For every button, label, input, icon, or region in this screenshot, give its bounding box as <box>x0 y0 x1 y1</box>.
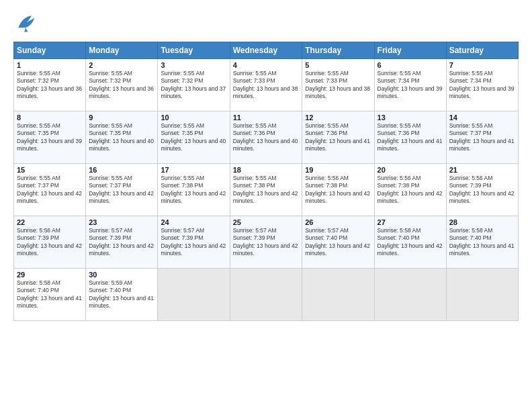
day-number: 7 <box>449 61 515 69</box>
calendar-table: Sunday Monday Tuesday Wednesday Thursday… <box>13 42 519 321</box>
day-info: Sunrise: 5:55 AMSunset: 7:32 PMDaylight:… <box>161 70 226 101</box>
table-row <box>374 269 446 321</box>
logo-icon <box>13 11 38 35</box>
day-info: Sunrise: 5:55 AMSunset: 7:34 PMDaylight:… <box>378 70 443 101</box>
calendar-week-row: 8Sunrise: 5:55 AMSunset: 7:35 PMDaylight… <box>14 111 519 164</box>
table-row: 12Sunrise: 5:55 AMSunset: 7:36 PMDayligh… <box>302 111 374 164</box>
day-info: Sunrise: 5:55 AMSunset: 7:37 PMDaylight:… <box>17 175 83 205</box>
calendar-week-row: 29Sunrise: 5:58 AMSunset: 7:40 PMDayligh… <box>14 269 519 321</box>
table-row: 23Sunrise: 5:57 AMSunset: 7:39 PMDayligh… <box>86 216 158 269</box>
day-number: 20 <box>378 166 443 174</box>
table-row: 22Sunrise: 5:56 AMSunset: 7:39 PMDayligh… <box>14 216 86 269</box>
day-info: Sunrise: 5:56 AMSunset: 7:38 PMDaylight:… <box>378 175 443 205</box>
table-row <box>446 269 518 321</box>
day-info: Sunrise: 5:59 AMSunset: 7:40 PMDaylight:… <box>89 279 154 310</box>
day-info: Sunrise: 5:56 AMSunset: 7:39 PMDaylight:… <box>449 175 515 205</box>
day-number: 1 <box>17 61 83 69</box>
day-number: 25 <box>233 218 300 226</box>
day-number: 29 <box>17 271 83 279</box>
table-row: 2Sunrise: 5:55 AMSunset: 7:32 PMDaylight… <box>86 59 158 111</box>
day-info: Sunrise: 5:57 AMSunset: 7:39 PMDaylight:… <box>233 227 300 258</box>
day-info: Sunrise: 5:55 AMSunset: 7:38 PMDaylight:… <box>161 175 226 205</box>
day-number: 11 <box>233 113 300 122</box>
table-row: 7Sunrise: 5:55 AMSunset: 7:34 PMDaylight… <box>446 59 518 111</box>
day-info: Sunrise: 5:58 AMSunset: 7:40 PMDaylight:… <box>449 227 515 258</box>
col-saturday: Saturday <box>446 42 518 59</box>
col-monday: Monday <box>86 42 158 59</box>
day-info: Sunrise: 5:56 AMSunset: 7:38 PMDaylight:… <box>305 175 371 205</box>
day-info: Sunrise: 5:55 AMSunset: 7:32 PMDaylight:… <box>17 70 83 101</box>
table-row <box>302 269 374 321</box>
day-number: 13 <box>378 113 443 122</box>
calendar-week-row: 22Sunrise: 5:56 AMSunset: 7:39 PMDayligh… <box>14 216 519 269</box>
day-number: 16 <box>89 166 154 174</box>
table-row: 30Sunrise: 5:59 AMSunset: 7:40 PMDayligh… <box>86 269 158 321</box>
table-row: 11Sunrise: 5:55 AMSunset: 7:36 PMDayligh… <box>230 111 302 164</box>
day-number: 24 <box>161 218 226 226</box>
table-row: 1Sunrise: 5:55 AMSunset: 7:32 PMDaylight… <box>14 59 86 111</box>
day-number: 18 <box>233 166 300 174</box>
day-number: 23 <box>89 218 154 226</box>
day-number: 28 <box>449 218 515 226</box>
col-wednesday: Wednesday <box>230 42 302 59</box>
col-sunday: Sunday <box>14 42 86 59</box>
table-row: 15Sunrise: 5:55 AMSunset: 7:37 PMDayligh… <box>14 164 86 216</box>
day-number: 22 <box>17 218 83 226</box>
day-info: Sunrise: 5:55 AMSunset: 7:32 PMDaylight:… <box>89 70 154 101</box>
day-info: Sunrise: 5:55 AMSunset: 7:35 PMDaylight:… <box>17 122 83 153</box>
col-thursday: Thursday <box>302 42 374 59</box>
table-row: 26Sunrise: 5:57 AMSunset: 7:40 PMDayligh… <box>302 216 374 269</box>
day-info: Sunrise: 5:55 AMSunset: 7:34 PMDaylight:… <box>449 70 515 101</box>
day-number: 3 <box>161 61 226 69</box>
day-number: 8 <box>17 113 83 122</box>
table-row: 13Sunrise: 5:55 AMSunset: 7:36 PMDayligh… <box>374 111 446 164</box>
day-number: 26 <box>305 218 371 226</box>
table-row: 4Sunrise: 5:55 AMSunset: 7:33 PMDaylight… <box>230 59 302 111</box>
day-info: Sunrise: 5:55 AMSunset: 7:35 PMDaylight:… <box>89 122 154 153</box>
day-number: 27 <box>378 218 443 226</box>
header <box>13 11 519 35</box>
table-row: 3Sunrise: 5:55 AMSunset: 7:32 PMDaylight… <box>158 59 230 111</box>
table-row: 28Sunrise: 5:58 AMSunset: 7:40 PMDayligh… <box>446 216 518 269</box>
day-number: 12 <box>305 113 371 122</box>
day-info: Sunrise: 5:58 AMSunset: 7:40 PMDaylight:… <box>17 279 83 310</box>
day-number: 6 <box>378 61 443 69</box>
table-row <box>230 269 302 321</box>
page: Sunday Monday Tuesday Wednesday Thursday… <box>0 0 532 411</box>
day-info: Sunrise: 5:57 AMSunset: 7:40 PMDaylight:… <box>305 227 371 258</box>
table-row: 10Sunrise: 5:55 AMSunset: 7:35 PMDayligh… <box>158 111 230 164</box>
table-row: 8Sunrise: 5:55 AMSunset: 7:35 PMDaylight… <box>14 111 86 164</box>
day-number: 21 <box>449 166 515 174</box>
day-info: Sunrise: 5:57 AMSunset: 7:39 PMDaylight:… <box>161 227 226 258</box>
table-row: 25Sunrise: 5:57 AMSunset: 7:39 PMDayligh… <box>230 216 302 269</box>
calendar-header-row: Sunday Monday Tuesday Wednesday Thursday… <box>14 42 519 59</box>
day-number: 17 <box>161 166 226 174</box>
day-number: 2 <box>89 61 154 69</box>
day-number: 30 <box>89 271 154 279</box>
table-row: 19Sunrise: 5:56 AMSunset: 7:38 PMDayligh… <box>302 164 374 216</box>
table-row: 29Sunrise: 5:58 AMSunset: 7:40 PMDayligh… <box>14 269 86 321</box>
day-number: 5 <box>305 61 371 69</box>
day-info: Sunrise: 5:55 AMSunset: 7:33 PMDaylight:… <box>233 70 300 101</box>
day-info: Sunrise: 5:55 AMSunset: 7:36 PMDaylight:… <box>233 122 300 153</box>
table-row: 6Sunrise: 5:55 AMSunset: 7:34 PMDaylight… <box>374 59 446 111</box>
table-row: 20Sunrise: 5:56 AMSunset: 7:38 PMDayligh… <box>374 164 446 216</box>
day-number: 15 <box>17 166 83 174</box>
table-row: 21Sunrise: 5:56 AMSunset: 7:39 PMDayligh… <box>446 164 518 216</box>
day-number: 10 <box>161 113 226 122</box>
day-info: Sunrise: 5:55 AMSunset: 7:38 PMDaylight:… <box>233 175 300 205</box>
day-info: Sunrise: 5:55 AMSunset: 7:36 PMDaylight:… <box>305 122 371 153</box>
day-info: Sunrise: 5:57 AMSunset: 7:39 PMDaylight:… <box>89 227 154 258</box>
table-row: 9Sunrise: 5:55 AMSunset: 7:35 PMDaylight… <box>86 111 158 164</box>
col-tuesday: Tuesday <box>158 42 230 59</box>
day-info: Sunrise: 5:56 AMSunset: 7:39 PMDaylight:… <box>17 227 83 258</box>
table-row: 17Sunrise: 5:55 AMSunset: 7:38 PMDayligh… <box>158 164 230 216</box>
day-number: 9 <box>89 113 154 122</box>
day-info: Sunrise: 5:55 AMSunset: 7:35 PMDaylight:… <box>161 122 226 153</box>
logo <box>13 11 40 35</box>
table-row: 27Sunrise: 5:58 AMSunset: 7:40 PMDayligh… <box>374 216 446 269</box>
day-info: Sunrise: 5:55 AMSunset: 7:37 PMDaylight:… <box>89 175 154 205</box>
day-number: 4 <box>233 61 300 69</box>
day-number: 19 <box>305 166 371 174</box>
table-row: 14Sunrise: 5:55 AMSunset: 7:37 PMDayligh… <box>446 111 518 164</box>
